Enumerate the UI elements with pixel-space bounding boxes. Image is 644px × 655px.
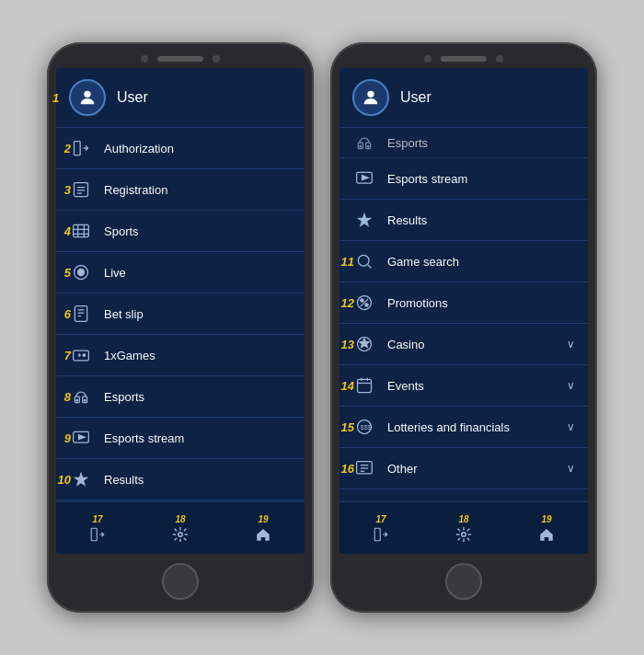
- number-12: 12: [339, 296, 354, 310]
- bottom-nav-icon-19: [255, 526, 271, 546]
- menu-item-casino[interactable]: 13 Casino ∨: [339, 324, 588, 365]
- results-label: Results: [104, 473, 292, 487]
- results-label-2: Results: [387, 213, 575, 227]
- bottom-nav-icon-17: [89, 526, 106, 546]
- registration-icon: [69, 178, 93, 201]
- bottom-nav2-item-17[interactable]: 17: [373, 510, 389, 546]
- events-label: Events: [387, 379, 556, 393]
- betslip-icon: [69, 302, 93, 326]
- number-4: 4: [56, 224, 71, 238]
- svg-point-0: [84, 91, 90, 98]
- svg-point-23: [84, 399, 86, 401]
- other-chevron: ∨: [567, 462, 575, 475]
- casino-icon: [352, 332, 376, 356]
- svg-rect-26: [91, 528, 97, 541]
- bottom-nav-number-19: 19: [258, 514, 268, 524]
- svg-marker-25: [79, 435, 86, 440]
- svg-marker-35: [362, 176, 369, 180]
- phone-1: 1 User 2: [47, 42, 314, 613]
- user-header-2: User: [339, 68, 588, 128]
- svg-rect-44: [358, 379, 372, 392]
- menu-item-game-search[interactable]: 11 Game search: [339, 241, 588, 282]
- betslip-label: Bet slip: [104, 307, 292, 321]
- results-icon: [69, 467, 93, 491]
- menu-item-other[interactable]: 16 Other ∨: [339, 448, 588, 489]
- bottom-nav2-item-18[interactable]: 18: [455, 510, 472, 546]
- menu-list-1[interactable]: 2 Authorization 3: [56, 128, 305, 501]
- number-2: 2: [56, 142, 71, 155]
- menu-item-esports-stream[interactable]: 9 Esports stream: [56, 418, 305, 459]
- phone-2-home[interactable]: [445, 563, 482, 600]
- number-5: 5: [56, 266, 71, 280]
- authorization-icon: [69, 136, 93, 160]
- bottom-nav2-number-18: 18: [458, 514, 468, 524]
- 1xgames-icon: [69, 343, 93, 367]
- svg-point-11: [77, 269, 85, 276]
- menu-item-live[interactable]: 5 Live: [56, 252, 305, 293]
- svg-point-40: [365, 304, 368, 306]
- menu-item-events[interactable]: 14 Events ∨: [339, 365, 588, 407]
- bottom-nav-icon-18: [172, 526, 189, 546]
- menu-item-authorization[interactable]: 2 Authorization: [56, 128, 305, 169]
- menu-item-1xgames[interactable]: 7 1xGames: [56, 335, 305, 376]
- bottom-nav2-icon-18: [455, 526, 472, 546]
- svg-text:$$$: $$$: [361, 424, 371, 431]
- menu-item-registration[interactable]: 3 Registration: [56, 169, 305, 211]
- esports-stream-icon-2: [352, 167, 376, 190]
- bottom-nav-item-18[interactable]: 18: [172, 510, 189, 546]
- menu-item-esports[interactable]: 8 Esports: [56, 376, 305, 418]
- menu-item-esports-2[interactable]: Esports: [339, 128, 588, 158]
- phone-1-camera2: [213, 55, 220, 63]
- bottom-nav-number-18: 18: [175, 514, 185, 524]
- svg-point-55: [462, 533, 466, 537]
- bottom-nav-item-17[interactable]: 17: [89, 510, 106, 546]
- phone-1-speaker: [157, 56, 203, 62]
- sports-icon: [69, 219, 93, 243]
- events-chevron: ∨: [567, 379, 575, 392]
- menu-list-2[interactable]: Esports Esports stream: [339, 128, 588, 501]
- menu-item-results-2[interactable]: Results: [339, 200, 588, 241]
- phone-2-camera: [424, 55, 431, 63]
- menu-item-promotions[interactable]: 12 Promotions: [339, 282, 588, 324]
- menu-item-esports-stream-2[interactable]: Esports stream: [339, 158, 588, 200]
- menu-item-results[interactable]: 10 Results: [56, 459, 305, 500]
- promotions-label: Promotions: [387, 296, 575, 310]
- menu-item-sports[interactable]: 4 Sports: [56, 211, 305, 252]
- bottom-nav2-icon-17: [373, 526, 389, 546]
- bottom-nav2-item-19[interactable]: 19: [538, 510, 555, 546]
- live-label: Live: [104, 266, 292, 280]
- phones-container: 1 User 2: [38, 33, 606, 622]
- number-6: 6: [56, 307, 71, 321]
- svg-marker-43: [360, 339, 369, 347]
- svg-rect-1: [75, 142, 81, 155]
- svg-point-39: [361, 299, 363, 302]
- svg-point-36: [358, 255, 369, 266]
- menu-item-lotteries[interactable]: 15 $$$ Lotteries and financials ∨: [339, 407, 588, 448]
- bottom-nav-item-19[interactable]: 19: [255, 510, 271, 546]
- svg-rect-13: [75, 306, 86, 322]
- esports-icon-2: [352, 131, 376, 155]
- esports-icon: [69, 385, 93, 408]
- bottom-nav2-icon-19: [538, 526, 555, 546]
- phone-1-home[interactable]: [162, 563, 199, 600]
- registration-label: Registration: [104, 183, 292, 197]
- 1xgames-label: 1xGames: [104, 349, 292, 362]
- esports-stream-label-2: Esports stream: [387, 172, 575, 186]
- svg-point-18: [83, 354, 86, 357]
- phone-1-bottom: [56, 554, 305, 603]
- user-avatar-2: [352, 79, 389, 116]
- number-15: 15: [339, 420, 354, 434]
- game-search-label: Game search: [387, 255, 575, 269]
- svg-point-33: [367, 145, 369, 147]
- bottom-nav-number-17: 17: [92, 514, 102, 524]
- lotteries-icon: $$$: [352, 415, 376, 439]
- bottom-nav-1: 17 18: [56, 501, 305, 554]
- number-10: 10: [56, 473, 71, 487]
- svg-rect-2: [75, 183, 88, 197]
- number-14: 14: [339, 379, 354, 393]
- phone-2-screen: User Esport: [339, 68, 588, 554]
- phone-1-screen: 1 User 2: [56, 68, 305, 554]
- menu-item-betslip[interactable]: 6 Bet slip: [56, 293, 305, 335]
- events-icon: [352, 373, 376, 397]
- casino-label: Casino: [387, 338, 556, 351]
